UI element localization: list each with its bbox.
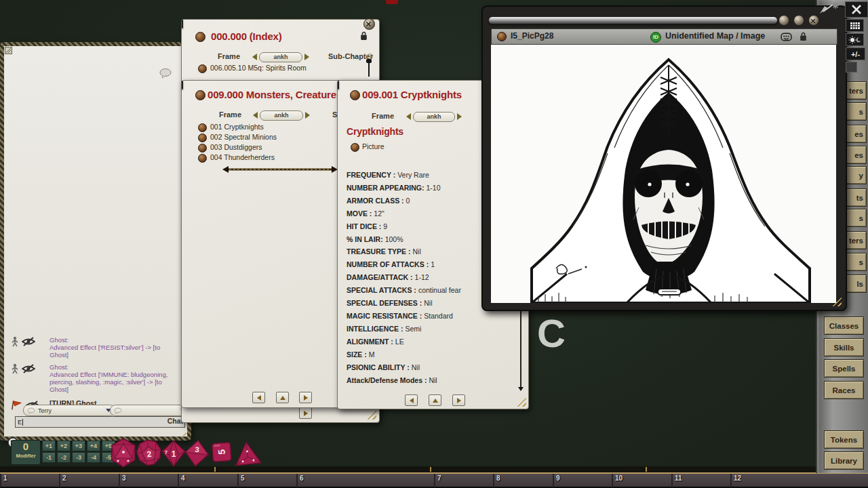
- window-knob[interactable]: [793, 15, 804, 26]
- modifier-button[interactable]: +3: [72, 441, 85, 451]
- ruler-number: 6: [296, 474, 304, 487]
- window-menu-sphere[interactable]: [497, 32, 507, 41]
- frame-prev-arrow[interactable]: [406, 113, 411, 120]
- picture-link[interactable]: Picture: [362, 142, 384, 150]
- plus-minus-button[interactable]: +/-: [846, 47, 865, 60]
- close-knob[interactable]: [808, 15, 819, 26]
- close-app-button[interactable]: [845, 1, 868, 18]
- modifier-button[interactable]: -4: [87, 452, 100, 463]
- page-up-button[interactable]: [276, 392, 289, 403]
- mask-icon[interactable]: [781, 33, 792, 41]
- sidebar-button[interactable]: Classes: [824, 317, 864, 335]
- resize-handle[interactable]: [367, 410, 376, 420]
- d6-die[interactable]: 5: [211, 441, 233, 466]
- blank-tool-button[interactable]: [846, 62, 857, 73]
- window-drag-bar[interactable]: [182, 20, 183, 28]
- language-dropdown[interactable]: [110, 405, 190, 416]
- stat-value: Nil: [412, 363, 420, 371]
- page-prev-button[interactable]: [405, 394, 418, 406]
- index-entry[interactable]: 006.005.10 M5q: Spirits Room: [210, 64, 307, 72]
- window-menu-sphere[interactable]: [350, 90, 360, 100]
- pointer-tool-icon[interactable]: [818, 1, 842, 15]
- frame-select[interactable]: ankh: [260, 110, 303, 121]
- frame-prev-arrow[interactable]: [253, 112, 258, 119]
- chat-input[interactable]: E: [15, 416, 185, 428]
- picture-sphere[interactable]: [351, 143, 359, 152]
- divider-arrow[interactable]: [222, 166, 338, 173]
- stat-value: Standard: [424, 312, 453, 320]
- band-tick: [214, 467, 216, 472]
- page-prev-button[interactable]: [252, 392, 265, 403]
- window-drag-bar[interactable]: [182, 81, 183, 89]
- frame-prev-arrow[interactable]: [252, 54, 257, 60]
- sidebar-button[interactable]: Spells: [824, 359, 864, 378]
- desktop-letter: C: [537, 310, 566, 356]
- ruler-number: 10: [612, 474, 623, 487]
- chat-bubble-icon[interactable]: [159, 68, 172, 79]
- page-next-button[interactable]: [299, 407, 312, 419]
- resize-handle[interactable]: [180, 429, 186, 436]
- entry-sphere[interactable]: [198, 123, 207, 132]
- page-next-button[interactable]: [452, 394, 465, 406]
- resize-handle-icon[interactable]: [5, 47, 12, 54]
- modifier-button[interactable]: +1: [42, 441, 56, 451]
- lock-icon[interactable]: [360, 31, 368, 41]
- sidebar-button[interactable]: Skills: [824, 338, 864, 357]
- modifier-button[interactable]: +4: [87, 441, 100, 451]
- entry-sphere[interactable]: [198, 154, 207, 163]
- window-drag-bar[interactable]: [338, 81, 339, 89]
- monster-entry[interactable]: 002 Spectral Minions: [210, 133, 277, 141]
- frame-next-arrow[interactable]: [305, 112, 310, 119]
- image-title-bar[interactable]: I5_PicPg28 ID Unidentified Map / Image: [491, 28, 837, 45]
- monster-entry[interactable]: 004 Thunderherders: [210, 153, 275, 161]
- stat-label: SPECIAL DEFENSES :: [347, 299, 422, 307]
- d12-die[interactable]: 2: [134, 438, 164, 471]
- window-menu-sphere[interactable]: [195, 32, 205, 42]
- frame-next-arrow[interactable]: [304, 54, 309, 60]
- modifier-button[interactable]: -2: [57, 452, 71, 463]
- d8-die[interactable]: 3: [183, 439, 210, 471]
- frame-select[interactable]: ankh: [259, 52, 302, 62]
- sidebar-button[interactable]: Races: [824, 381, 864, 399]
- d4-die[interactable]: [233, 440, 262, 470]
- close-knob[interactable]: [363, 18, 375, 30]
- stat-label: PSIONIC ABILITY :: [347, 363, 410, 371]
- modifier-button[interactable]: +2: [57, 441, 71, 451]
- identity-dropdown[interactable]: Terry: [23, 405, 115, 416]
- sidebar-button[interactable]: Tokens: [824, 430, 864, 449]
- stat-label: Attack/Defense Modes :: [347, 376, 427, 384]
- frame-select[interactable]: ankh: [413, 112, 455, 122]
- modifier-box[interactable]: 0 Modifier: [11, 440, 41, 465]
- window-knob[interactable]: [778, 15, 789, 26]
- stat-label: SPECIAL ATTACKS :: [347, 286, 416, 294]
- stat-value: LE: [395, 338, 404, 346]
- monster-entry[interactable]: 003 Dustdiggers: [210, 143, 262, 151]
- resize-handle[interactable]: [517, 397, 526, 407]
- monster-entry[interactable]: 001 Cryptknights: [210, 123, 264, 131]
- sidebar-button[interactable]: Library: [824, 451, 864, 470]
- lock-icon[interactable]: [800, 32, 807, 41]
- window-drag-bar[interactable]: [488, 16, 778, 24]
- image-window: I5_PicPg28 ID Unidentified Map / Image: [481, 5, 847, 311]
- frame-next-arrow[interactable]: [457, 113, 462, 120]
- entry-sphere[interactable]: [198, 144, 207, 152]
- modifier-button[interactable]: -3: [72, 452, 85, 463]
- window-menu-sphere[interactable]: [195, 90, 205, 100]
- ruler-number: 4: [178, 474, 185, 487]
- stat-label: FREQUENCY :: [347, 171, 395, 179]
- modifier-button[interactable]: -1: [42, 452, 56, 463]
- day-night-button[interactable]: [846, 33, 864, 46]
- entry-sphere[interactable]: [198, 134, 207, 142]
- speech-bubble-icon: [114, 407, 122, 414]
- grid-toggle-button[interactable]: [846, 19, 864, 32]
- sun-moon-icon: [848, 36, 862, 44]
- entry-sphere[interactable]: [198, 64, 207, 73]
- page-up-button[interactable]: [429, 394, 441, 406]
- frame-label: Frame: [372, 112, 394, 120]
- d20-die[interactable]: [110, 438, 137, 470]
- image-canvas[interactable]: [491, 45, 836, 303]
- ruler-number: 2: [59, 474, 66, 487]
- scroll-pin-icon[interactable]: [366, 59, 372, 77]
- band-tick: [646, 467, 647, 472]
- page-next-button[interactable]: [299, 392, 312, 403]
